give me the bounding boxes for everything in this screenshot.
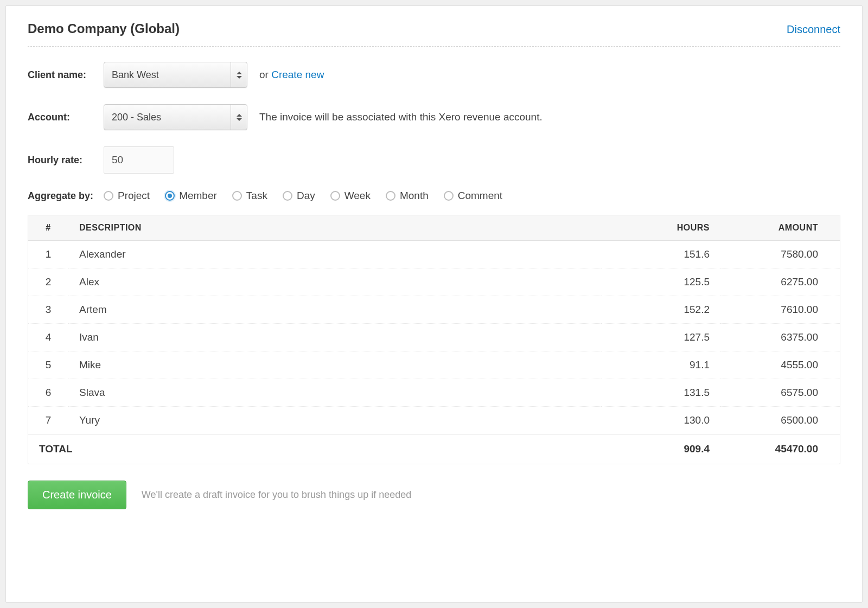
col-header-hours: HOURS (601, 215, 720, 241)
row-num: 2 (28, 268, 68, 296)
row-hours: 151.6 (601, 241, 720, 268)
radio-label: Day (297, 190, 315, 202)
table-row: 5Mike91.14555.00 (28, 351, 840, 379)
chevron-updown-icon (231, 62, 247, 87)
invoice-table: # DESCRIPTION HOURS AMOUNT 1Alexander151… (28, 215, 840, 464)
row-hours: 131.5 (601, 379, 720, 407)
radio-icon (283, 191, 292, 201)
aggregate-radio-comment[interactable]: Comment (444, 190, 502, 202)
row-desc: Mike (68, 351, 601, 379)
row-num: 7 (28, 407, 68, 434)
aggregate-radio-month[interactable]: Month (386, 190, 429, 202)
radio-icon (444, 191, 454, 201)
total-label: TOTAL (28, 434, 601, 464)
radio-icon (330, 191, 340, 201)
chevron-updown-icon (231, 105, 247, 130)
total-hours: 909.4 (601, 434, 720, 464)
company-title: Demo Company (Global) (28, 21, 180, 36)
radio-label: Project (118, 190, 150, 202)
hourly-rate-input[interactable] (104, 146, 174, 174)
rate-row: Hourly rate: (28, 146, 840, 174)
account-select-value: 200 - Sales (112, 112, 161, 123)
row-num: 5 (28, 351, 68, 379)
radio-label: Month (400, 190, 429, 202)
client-select-value: Bank West (112, 69, 159, 81)
account-select[interactable]: 200 - Sales (104, 104, 247, 130)
row-hours: 125.5 (601, 268, 720, 296)
rate-label: Hourly rate: (28, 155, 104, 166)
row-amount: 6500.00 (720, 407, 840, 434)
row-desc: Alex (68, 268, 601, 296)
footer-row: Create invoice We'll create a draft invo… (28, 481, 840, 509)
aggregate-radio-member[interactable]: Member (165, 190, 217, 202)
radio-label: Comment (458, 190, 502, 202)
row-hours: 127.5 (601, 324, 720, 351)
row-amount: 6375.00 (720, 324, 840, 351)
row-hours: 152.2 (601, 296, 720, 324)
row-desc: Alexander (68, 241, 601, 268)
aggregate-label: Aggregate by: (28, 190, 104, 202)
radio-icon (104, 191, 113, 201)
client-label: Client name: (28, 69, 104, 81)
col-header-amount: AMOUNT (720, 215, 840, 241)
account-row: Account: 200 - Sales The invoice will be… (28, 104, 840, 130)
table-row: 1Alexander151.67580.00 (28, 241, 840, 268)
aggregate-radio-project[interactable]: Project (104, 190, 150, 202)
row-desc: Yury (68, 407, 601, 434)
radio-icon (386, 191, 395, 201)
row-hours: 91.1 (601, 351, 720, 379)
client-select[interactable]: Bank West (104, 62, 247, 88)
table-row: 6Slava131.56575.00 (28, 379, 840, 407)
row-amount: 7610.00 (720, 296, 840, 324)
col-header-num: # (28, 215, 68, 241)
row-num: 3 (28, 296, 68, 324)
table-row: 3Artem152.27610.00 (28, 296, 840, 324)
radio-label: Member (179, 190, 217, 202)
aggregate-row: Aggregate by: ProjectMemberTaskDayWeekMo… (28, 190, 840, 202)
total-amount: 45470.00 (720, 434, 840, 464)
row-hours: 130.0 (601, 407, 720, 434)
radio-icon (165, 191, 175, 201)
table-row: 7Yury130.06500.00 (28, 407, 840, 434)
row-amount: 4555.00 (720, 351, 840, 379)
table-row: 2Alex125.56275.00 (28, 268, 840, 296)
row-desc: Ivan (68, 324, 601, 351)
row-amount: 7580.00 (720, 241, 840, 268)
row-amount: 6575.00 (720, 379, 840, 407)
client-row: Client name: Bank West or Create new (28, 62, 840, 88)
aggregate-radio-task[interactable]: Task (232, 190, 267, 202)
row-num: 4 (28, 324, 68, 351)
row-num: 6 (28, 379, 68, 407)
account-hint: The invoice will be associated with this… (259, 111, 542, 123)
row-desc: Slava (68, 379, 601, 407)
client-or-text: or Create new (259, 69, 324, 81)
aggregate-radio-day[interactable]: Day (283, 190, 315, 202)
disconnect-link[interactable]: Disconnect (787, 23, 840, 36)
radio-icon (232, 191, 242, 201)
invoice-panel: Demo Company (Global) Disconnect Client … (5, 5, 863, 603)
col-header-desc: DESCRIPTION (68, 215, 601, 241)
create-invoice-button[interactable]: Create invoice (28, 481, 126, 509)
table-row: 4Ivan127.56375.00 (28, 324, 840, 351)
row-num: 1 (28, 241, 68, 268)
radio-label: Week (344, 190, 371, 202)
aggregate-radio-week[interactable]: Week (330, 190, 371, 202)
panel-header: Demo Company (Global) Disconnect (28, 21, 840, 47)
account-label: Account: (28, 112, 104, 123)
row-amount: 6275.00 (720, 268, 840, 296)
footer-hint: We'll create a draft invoice for you to … (142, 489, 411, 501)
create-new-client-link[interactable]: Create new (271, 69, 324, 80)
row-desc: Artem (68, 296, 601, 324)
radio-label: Task (246, 190, 267, 202)
